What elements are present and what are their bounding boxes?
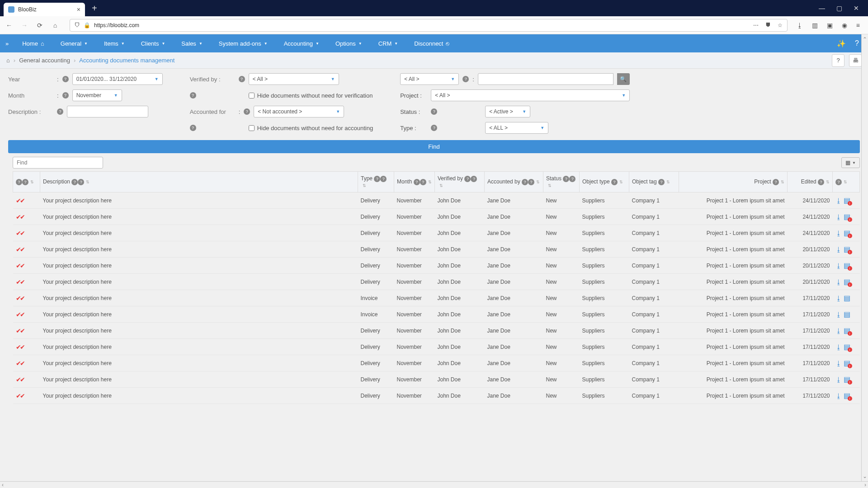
url-bar[interactable]: ⛉ 🔒 https://bloobiz.com ⋯ ⛊ ☆ bbox=[70, 19, 788, 32]
document-icon[interactable]: ▤! bbox=[844, 277, 850, 286]
description-input[interactable] bbox=[67, 106, 148, 117]
sort-icon[interactable]: ⇅ bbox=[439, 183, 443, 188]
minimize-icon[interactable]: — bbox=[819, 5, 825, 12]
forward-button[interactable]: → bbox=[19, 20, 30, 31]
download-icon[interactable]: ⭳ bbox=[835, 343, 842, 351]
help-icon[interactable]: ? bbox=[71, 179, 78, 185]
help-icon[interactable]: ? bbox=[16, 179, 22, 185]
col-project[interactable]: Project bbox=[754, 178, 771, 185]
help-icon[interactable]: ? bbox=[244, 108, 250, 115]
sort-icon[interactable]: ⇅ bbox=[781, 180, 784, 184]
download-icon[interactable]: ⭳ bbox=[835, 376, 842, 383]
hide-accounting-checkbox[interactable]: Hide documents without need for accounti… bbox=[249, 125, 373, 131]
find-button[interactable]: Find bbox=[8, 140, 860, 153]
help-icon[interactable]: ? bbox=[431, 125, 437, 131]
tab-close-icon[interactable]: × bbox=[77, 6, 80, 13]
document-icon[interactable]: ▤! bbox=[844, 261, 850, 270]
document-icon[interactable]: ▤! bbox=[844, 391, 850, 400]
col-description[interactable]: Description bbox=[43, 178, 70, 185]
sort-icon[interactable]: ⇅ bbox=[844, 180, 847, 184]
sort-icon[interactable]: ⇅ bbox=[826, 180, 830, 184]
search-button[interactable]: 🔍 bbox=[617, 73, 630, 85]
download-icon[interactable]: ⭳ bbox=[835, 230, 842, 237]
download-icon[interactable]: ⭳ bbox=[835, 262, 842, 269]
sort-icon[interactable]: ⇅ bbox=[363, 183, 366, 188]
document-icon[interactable]: ▤ bbox=[844, 294, 850, 302]
col-accounted[interactable]: Accounted by bbox=[487, 178, 520, 185]
download-icon[interactable]: ⭳ bbox=[835, 360, 842, 367]
help-icon[interactable]: ? bbox=[818, 179, 824, 185]
wand-icon[interactable]: ✨ bbox=[837, 39, 846, 48]
library-icon[interactable]: ▥ bbox=[812, 22, 818, 29]
help-icon[interactable]: ? bbox=[420, 179, 426, 185]
grid-find-input[interactable] bbox=[13, 157, 103, 169]
col-edited[interactable]: Edited bbox=[801, 178, 816, 185]
browser-tab[interactable]: BlooBiz × bbox=[4, 3, 85, 16]
nav-items[interactable]: Items ▼ bbox=[96, 34, 133, 52]
nav-crm[interactable]: CRM ▼ bbox=[370, 34, 406, 52]
table-row[interactable]: ✔✔Your project description hereDeliveryN… bbox=[13, 225, 860, 241]
sort-icon[interactable]: ⇅ bbox=[536, 180, 540, 184]
breadcrumb-level1[interactable]: General accounting bbox=[19, 57, 70, 64]
accounted-select[interactable]: < Not accounted >▼ bbox=[254, 106, 344, 117]
document-icon[interactable]: ▤! bbox=[844, 359, 850, 367]
help-icon[interactable]: ? bbox=[522, 179, 528, 185]
help-icon[interactable]: ? bbox=[380, 176, 387, 182]
help-icon[interactable]: ? bbox=[471, 176, 477, 182]
menu-icon[interactable]: ≡ bbox=[856, 22, 860, 29]
expand-sidebar-icon[interactable]: » bbox=[0, 40, 14, 47]
help-icon[interactable]: ? bbox=[773, 179, 779, 185]
help-icon[interactable]: ? bbox=[464, 176, 471, 182]
help-icon[interactable]: ? bbox=[62, 76, 69, 82]
download-icon[interactable]: ⭳ bbox=[835, 213, 842, 221]
help-icon[interactable]: ? bbox=[563, 176, 569, 182]
help-icon[interactable]: ? bbox=[78, 179, 84, 185]
help-icon[interactable]: ? bbox=[462, 76, 469, 82]
help-icon[interactable]: ? bbox=[374, 176, 380, 182]
col-month[interactable]: Month bbox=[397, 178, 412, 185]
help-icon[interactable]: ? bbox=[855, 39, 859, 48]
download-icon[interactable]: ⭳ bbox=[835, 246, 842, 253]
nav-sales[interactable]: Sales ▼ bbox=[173, 34, 210, 52]
pocket-icon[interactable]: ⛊ bbox=[765, 22, 771, 28]
document-icon[interactable]: ▤ bbox=[844, 310, 850, 319]
download-icon[interactable]: ⭳ bbox=[835, 392, 842, 399]
help-icon[interactable]: ? bbox=[569, 176, 576, 182]
table-row[interactable]: ✔✔Your project description hereDeliveryN… bbox=[13, 258, 860, 274]
document-icon[interactable]: ▤! bbox=[844, 196, 850, 205]
download-icon[interactable]: ⭳ bbox=[797, 22, 803, 29]
breadcrumb-home-icon[interactable]: ⌂ bbox=[6, 57, 10, 64]
help-icon[interactable]: ? bbox=[611, 179, 618, 185]
close-window-icon[interactable]: ✕ bbox=[854, 5, 859, 12]
help-icon[interactable]: ? bbox=[62, 92, 69, 99]
nav-home[interactable]: Home ⌂ bbox=[14, 34, 52, 52]
document-icon[interactable]: ▤! bbox=[844, 343, 850, 351]
col-verified[interactable]: Verified by bbox=[438, 175, 463, 182]
nav-accounting[interactable]: Accounting ▼ bbox=[276, 34, 327, 52]
nav-addons[interactable]: System add-ons ▼ bbox=[211, 34, 276, 52]
project-select[interactable]: < All >▼ bbox=[431, 89, 630, 101]
table-row[interactable]: ✔✔Your project description hereDeliveryN… bbox=[13, 192, 860, 209]
vertical-scrollbar[interactable]: ⌃⌄ bbox=[861, 34, 868, 481]
table-row[interactable]: ✔✔Your project description hereDeliveryN… bbox=[13, 241, 860, 258]
hide-verification-checkbox[interactable]: Hide documents without need for verifica… bbox=[249, 92, 373, 99]
month-select[interactable]: November▼ bbox=[72, 89, 122, 101]
new-tab-button[interactable]: + bbox=[92, 3, 97, 14]
document-icon[interactable]: ▤! bbox=[844, 245, 850, 253]
sort-icon[interactable]: ⇅ bbox=[30, 180, 34, 184]
download-icon[interactable]: ⭳ bbox=[835, 197, 842, 204]
help-icon[interactable]: ? bbox=[835, 179, 842, 185]
nav-clients[interactable]: Clients ▼ bbox=[133, 34, 174, 52]
document-icon[interactable]: ▤! bbox=[844, 212, 850, 221]
help-icon[interactable]: ? bbox=[190, 125, 196, 131]
print-button[interactable]: 🖶 bbox=[849, 54, 862, 67]
col-status[interactable]: Status bbox=[546, 175, 561, 182]
help-icon[interactable]: ? bbox=[190, 92, 196, 99]
help-icon[interactable]: ? bbox=[431, 108, 437, 115]
help-icon[interactable]: ? bbox=[57, 108, 63, 115]
sort-icon[interactable]: ⇅ bbox=[666, 180, 670, 184]
table-row[interactable]: ✔✔Your project description hereDeliveryN… bbox=[13, 371, 860, 388]
breadcrumb-level2[interactable]: Accounting documents management bbox=[79, 57, 175, 64]
download-icon[interactable]: ⭳ bbox=[835, 327, 842, 334]
table-row[interactable]: ✔✔Your project description hereDeliveryN… bbox=[13, 388, 860, 404]
